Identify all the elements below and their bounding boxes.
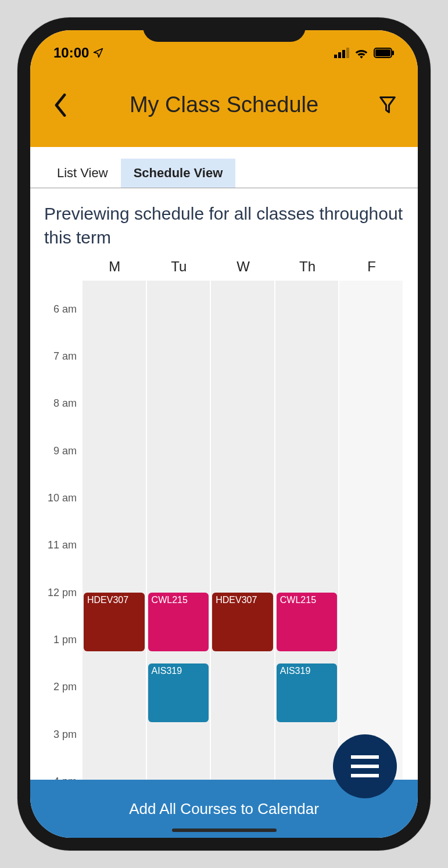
day-column-tuesday: CWL215AIS319 (147, 281, 212, 786)
svg-rect-1 (338, 52, 341, 58)
day-column-thursday: CWL215AIS319 (275, 281, 340, 786)
filter-button[interactable] (376, 94, 399, 117)
funnel-icon (379, 96, 396, 114)
time-label: 3 pm (53, 728, 77, 740)
svg-rect-0 (334, 55, 337, 58)
status-time: 10:00 (53, 45, 89, 61)
home-indicator (172, 828, 277, 832)
cellular-icon (334, 48, 349, 58)
chevron-left-icon (53, 94, 68, 117)
time-label: 9 am (53, 444, 77, 457)
day-column-wednesday: HDEV307 (211, 281, 275, 786)
time-column: 6 am7 am8 am9 am10 am11 am12 pm1 pm2 pm3… (36, 281, 83, 786)
time-label: 11 am (48, 539, 77, 551)
schedule-subtitle: Previewing schedule for all classes thro… (30, 188, 418, 259)
page-title: My Class Schedule (130, 92, 318, 117)
time-label: 12 pm (48, 586, 77, 598)
tab-list-view[interactable]: List View (44, 159, 121, 188)
time-label: 10 am (48, 492, 77, 504)
tab-schedule-view[interactable]: Schedule View (121, 159, 236, 188)
location-icon (92, 47, 104, 59)
schedule-event[interactable]: AIS319 (148, 663, 209, 723)
schedule-event[interactable]: AIS319 (277, 663, 338, 723)
day-header: M (83, 259, 147, 275)
day-header: W (211, 259, 275, 275)
time-label: 1 pm (53, 633, 77, 645)
svg-rect-5 (375, 49, 390, 56)
svg-rect-3 (346, 48, 349, 58)
status-indicators (334, 47, 395, 59)
schedule-event[interactable]: CWL215 (148, 593, 209, 652)
time-label: 2 pm (53, 681, 77, 693)
time-label: 8 am (53, 397, 77, 410)
schedule-event[interactable]: CWL215 (277, 593, 338, 652)
svg-rect-2 (342, 50, 345, 58)
view-tabs: List View Schedule View (30, 147, 418, 188)
day-header: Th (275, 259, 340, 275)
back-button[interactable] (49, 94, 72, 117)
svg-rect-6 (392, 51, 394, 55)
schedule-event[interactable]: HDEV307 (84, 593, 145, 652)
status-time-area: 10:00 (53, 45, 104, 61)
day-header-row: M Tu W Th F (36, 259, 404, 281)
screen: 10:00 My Class Schedule (30, 30, 418, 838)
phone-frame: 10:00 My Class Schedule (17, 17, 431, 851)
menu-icon (351, 755, 379, 759)
day-header: Tu (147, 259, 212, 275)
battery-icon (374, 48, 395, 58)
day-column-friday (339, 281, 404, 786)
notch (143, 17, 306, 42)
time-label: 7 am (53, 350, 77, 363)
add-all-courses-label: Add All Courses to Calendar (129, 800, 319, 818)
schedule-grid[interactable]: 6 am7 am8 am9 am10 am11 am12 pm1 pm2 pm3… (36, 281, 404, 786)
time-label: 6 am (53, 303, 77, 315)
day-header: F (339, 259, 404, 275)
wifi-icon (354, 47, 369, 59)
day-column-monday: HDEV307 (83, 281, 147, 786)
menu-fab[interactable] (333, 734, 397, 798)
schedule-event[interactable]: HDEV307 (212, 593, 273, 652)
app-header: My Class Schedule (30, 63, 418, 147)
calendar: M Tu W Th F 6 am7 am8 am9 am10 am11 am12… (30, 259, 418, 786)
